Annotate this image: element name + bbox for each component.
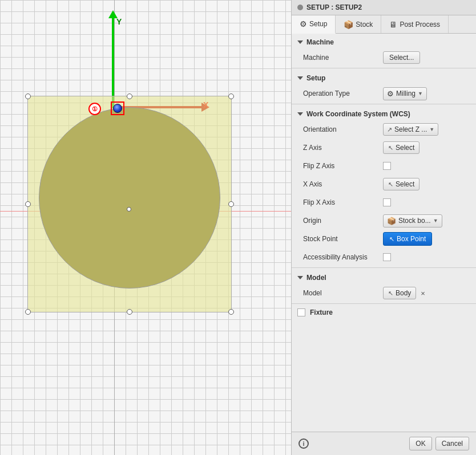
- orientation-dropdown[interactable]: ↗ Select Z ... ▼: [383, 123, 438, 136]
- blue-sphere-icon: [113, 104, 122, 113]
- marker-number: ①: [92, 105, 98, 113]
- operation-type-label: Operation Type: [303, 90, 383, 98]
- operation-type-control: ⚙ Milling ▼: [383, 87, 469, 100]
- tab-bar: ⚙ Setup 📦 Stock 🖥 Post Process: [292, 15, 476, 34]
- z-axis-label: Z Axis: [303, 144, 383, 152]
- section-wcs-header[interactable]: Work Coordinate System (WCS): [292, 105, 476, 120]
- x-axis-label: X Axis: [303, 180, 383, 188]
- flip-x-control: [383, 198, 469, 206]
- machine-field-label: Machine: [303, 54, 383, 62]
- section-machine-header[interactable]: Machine: [292, 34, 476, 48]
- x-axis-btn-label: Select: [396, 180, 414, 188]
- z-axis-cursor-icon: ↖: [388, 144, 393, 152]
- model-remove-button[interactable]: ×: [421, 289, 425, 298]
- marker-circle-1: ①: [88, 103, 101, 115]
- tab-post-process[interactable]: 🖥 Post Process: [381, 15, 449, 33]
- z-axis-btn-label: Select: [396, 144, 414, 152]
- panel-title-text: SETUP : SETUP2: [306, 3, 362, 11]
- accessibility-checkbox[interactable]: [383, 253, 391, 261]
- origin-box[interactable]: [111, 101, 124, 115]
- post-tab-icon: 🖥: [389, 20, 397, 29]
- cancel-button[interactable]: Cancel: [435, 437, 469, 450]
- operation-type-value: Milling: [396, 90, 416, 98]
- section-setup-header[interactable]: Setup: [292, 70, 476, 84]
- setup-panel: SETUP : SETUP2 ⚙ Setup 📦 Stock 🖥 Post Pr…: [291, 0, 476, 455]
- wcs-section-label: Work Coordinate System (WCS): [306, 110, 410, 118]
- panel-title-bar: SETUP : SETUP2: [292, 0, 476, 15]
- accessibility-label: Accessibility Analysis: [303, 253, 383, 261]
- section-model-header[interactable]: Model: [292, 269, 476, 284]
- setup-section-label: Setup: [306, 74, 325, 82]
- footer-action-buttons: OK Cancel: [409, 437, 469, 450]
- z-axis-control: ↖ Select: [383, 141, 469, 154]
- separator-2: [292, 104, 476, 104]
- z-axis-select-button[interactable]: ↖ Select: [383, 141, 419, 154]
- flip-x-label: Flip X Axis: [303, 198, 383, 206]
- model-row: Model ↖ Body ×: [292, 284, 476, 302]
- stock-point-button[interactable]: ↖ Box Point: [383, 232, 432, 246]
- handle-ml[interactable]: [25, 201, 31, 207]
- origin-dropdown[interactable]: 📦 Stock bo... ▼: [383, 214, 442, 228]
- stock-tab-icon: 📦: [344, 20, 353, 29]
- machine-select-button[interactable]: Select...: [383, 51, 420, 64]
- canvas-viewport: Y X ①: [0, 0, 291, 455]
- flip-z-label: Flip Z Axis: [303, 162, 383, 170]
- separator-1: [292, 68, 476, 68]
- ok-button[interactable]: OK: [409, 437, 431, 450]
- tab-setup[interactable]: ⚙ Setup: [292, 15, 336, 34]
- handle-mr[interactable]: [228, 201, 234, 207]
- machine-collapse-icon: [297, 40, 303, 44]
- setup-collapse-icon: [297, 76, 303, 80]
- model-cursor-icon: ↖: [388, 290, 393, 297]
- z-axis-row: Z Axis ↖ Select: [292, 139, 476, 157]
- stock-point-label: Stock Point: [303, 235, 383, 243]
- model-label: Model: [303, 289, 383, 297]
- y-axis-arrow: [112, 17, 114, 108]
- handle-tm[interactable]: [127, 94, 132, 99]
- fixture-checkbox[interactable]: [297, 308, 305, 316]
- x-axis-control: ↖ Select: [383, 178, 469, 190]
- wcs-collapse-icon: [297, 112, 303, 116]
- separator-3: [292, 267, 476, 268]
- orientation-control: ↗ Select Z ... ▼: [383, 123, 469, 136]
- x-axis-cursor-icon: ↖: [388, 181, 393, 188]
- machine-row: Machine Select...: [292, 48, 476, 67]
- origin-row: Origin 📦 Stock bo... ▼: [292, 212, 476, 230]
- flip-z-checkbox[interactable]: [383, 162, 391, 170]
- stock-point-btn-label: Box Point: [397, 235, 426, 243]
- origin-value: Stock bo...: [398, 217, 431, 225]
- handle-bm[interactable]: [127, 309, 132, 315]
- model-control: ↖ Body ×: [383, 287, 469, 299]
- origin-control: 📦 Stock bo... ▼: [383, 214, 469, 228]
- origin-label: Origin: [303, 217, 383, 225]
- model-collapse-icon: [297, 276, 303, 279]
- accessibility-row: Accessibility Analysis: [292, 248, 476, 266]
- stock-tab-label: Stock: [356, 21, 373, 29]
- flip-x-checkbox[interactable]: [383, 198, 391, 206]
- flip-z-control: [383, 162, 469, 170]
- tab-stock[interactable]: 📦 Stock: [336, 15, 381, 33]
- model-section-label: Model: [306, 274, 326, 282]
- panel-scrollable-content: Machine Machine Select... Setup Operatio…: [292, 34, 476, 432]
- fixture-row: Fixture: [292, 305, 476, 320]
- stock-point-row: Stock Point ↖ Box Point: [292, 230, 476, 248]
- fixture-section-label: Fixture: [310, 308, 333, 316]
- stock-point-control: ↖ Box Point: [383, 232, 469, 246]
- handle-tl[interactable]: [25, 94, 31, 99]
- model-body-button[interactable]: ↖ Body: [383, 287, 416, 299]
- flip-z-row: Flip Z Axis: [292, 157, 476, 175]
- orientation-arrow-icon: ▼: [429, 127, 434, 132]
- orientation-value: Select Z ...: [394, 125, 427, 133]
- x-axis-select-button[interactable]: ↖ Select: [383, 178, 419, 190]
- handle-bl[interactable]: [25, 309, 31, 315]
- setup-tab-label: Setup: [309, 20, 327, 28]
- info-icon[interactable]: i: [298, 438, 309, 449]
- machine-section-label: Machine: [306, 38, 334, 46]
- separator-4: [292, 303, 476, 304]
- stock-point-cursor-icon: ↖: [389, 235, 394, 243]
- handle-tr[interactable]: [228, 94, 234, 99]
- panel-footer: i OK Cancel: [292, 432, 476, 455]
- handle-br[interactable]: [228, 309, 234, 315]
- operation-type-arrow-icon: ▼: [418, 91, 423, 96]
- operation-type-dropdown[interactable]: ⚙ Milling ▼: [383, 87, 427, 100]
